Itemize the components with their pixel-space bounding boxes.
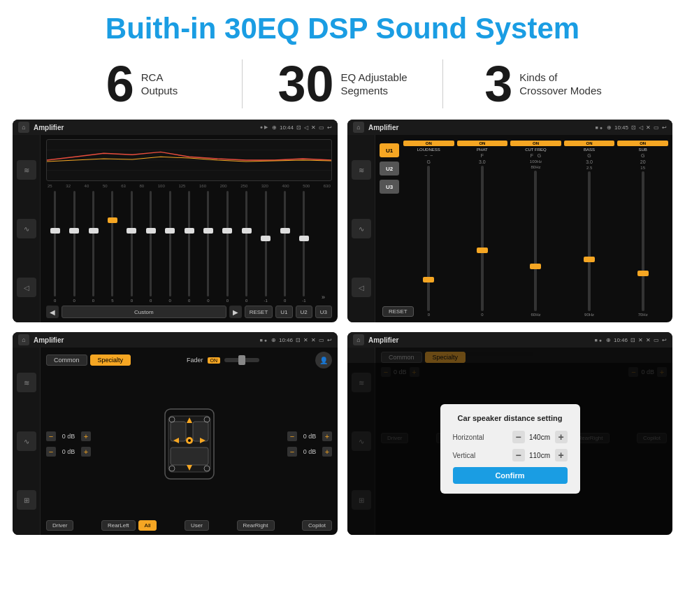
dialog-vertical-minus[interactable]: − xyxy=(512,449,525,461)
svg-point-9 xyxy=(188,439,191,442)
spk-filters-btn[interactable]: ≋ xyxy=(17,373,36,392)
dialog-box: Car speaker distance setting Horizontal … xyxy=(440,404,580,494)
amp-vol-btn[interactable]: ◁ xyxy=(352,278,371,297)
eq-slider-10[interactable]: 0 xyxy=(219,191,236,303)
amp-u1-btn[interactable]: U1 xyxy=(380,143,399,157)
eq-slider-8[interactable]: 0 xyxy=(180,191,198,303)
eq-next-btn[interactable]: ▶ xyxy=(229,306,242,318)
dot-icons-bl: ■ ● xyxy=(260,338,267,343)
spk-content: ≋ ∿ ⊞ Common Specialty Fader ON xyxy=(13,348,338,535)
dialog-horizontal-minus[interactable]: − xyxy=(512,431,525,443)
fader-slider[interactable] xyxy=(224,358,259,362)
spk-rearright-btn[interactable]: RearRight xyxy=(237,520,275,531)
status-icons-bl: ⊕ 10:46 ⊡ ✕ ✕ ▭ ↩ xyxy=(271,337,332,343)
status-bar-br: ⌂ Amplifier ■ ● ⊕ 10:46 ⊡ ✕ ✕ ▭ ↩ xyxy=(347,332,672,348)
amp-u2-btn[interactable]: U2 xyxy=(380,162,399,176)
back-icon-bl[interactable]: ↩ xyxy=(327,337,332,343)
eq-slider-7[interactable]: 0 xyxy=(161,191,178,303)
dialog-horizontal-plus[interactable]: + xyxy=(555,431,568,443)
spk-user-icon: 👤 xyxy=(315,352,332,368)
spk-rearleft-btn[interactable]: RearLeft xyxy=(101,520,136,531)
home-icon-tr[interactable]: ⌂ xyxy=(353,122,364,133)
vol-rear-left: − 0 dB + xyxy=(46,447,91,457)
stat-eq: 30 EQ Adjustable Segments xyxy=(243,59,442,109)
vol-rear-left-minus[interactable]: − xyxy=(46,447,56,457)
eq-slider-6[interactable]: 0 xyxy=(142,191,159,303)
status-icons-tr: ⊕ 10:45 ⊡ ◁ ✕ ▭ ↩ xyxy=(607,124,667,131)
eq-custom-btn[interactable]: Custom xyxy=(62,306,226,318)
spk-copilot-btn[interactable]: Copilot xyxy=(302,520,332,531)
dialog-confirm-btn[interactable]: Confirm xyxy=(453,467,568,484)
amp-controls-grid: ON LOUDNESS ~~ G 0 ON PHAT xyxy=(403,141,668,317)
amp-sub-on[interactable]: ON xyxy=(617,141,668,146)
amp-bass-slider[interactable] xyxy=(588,171,591,311)
eq-slider-5[interactable]: 0 xyxy=(123,191,140,303)
back-icon-br[interactable]: ↩ xyxy=(662,337,667,343)
tab-specialty[interactable]: Specialty xyxy=(90,354,131,366)
eq-graph xyxy=(46,139,332,181)
spk-wave-btn[interactable]: ∿ xyxy=(17,431,36,451)
eq-u1-btn[interactable]: U1 xyxy=(275,306,292,318)
tab-common[interactable]: Common xyxy=(46,354,87,366)
eq-u2-btn[interactable]: U2 xyxy=(296,306,312,318)
eq-wave-btn[interactable]: ∿ xyxy=(17,219,36,238)
eq-slider-9[interactable]: 0 xyxy=(199,191,217,303)
screens-grid: ⌂ Amplifier ● ▶ ⊕ 10:44 ⊡ ◁ ✕ ▭ ↩ ≋ xyxy=(0,120,685,543)
vol-front-left-minus[interactable]: − xyxy=(46,431,56,441)
amp-reset-btn[interactable]: RESET xyxy=(382,303,414,317)
spk-user-btn[interactable]: User xyxy=(185,520,209,531)
back-icon-tl[interactable]: ↩ xyxy=(327,124,332,131)
vol-rear-right-minus[interactable]: − xyxy=(287,447,297,457)
vol-rear-left-plus[interactable]: + xyxy=(81,447,91,457)
dot-icons-tl: ● ▶ xyxy=(260,124,268,130)
amp-phat-slider[interactable] xyxy=(481,166,484,311)
amp-cutfreq-slider[interactable] xyxy=(534,171,537,311)
screen-eq: ⌂ Amplifier ● ▶ ⊕ 10:44 ⊡ ◁ ✕ ▭ ↩ ≋ xyxy=(13,120,338,322)
home-icon-tl[interactable]: ⌂ xyxy=(18,122,29,133)
eq-slider-4[interactable]: 5 xyxy=(103,191,121,303)
eq-main: 25 32 40 50 63 80 100 125 160 200 250 32… xyxy=(41,135,338,322)
spk-expand-btn[interactable]: ⊞ xyxy=(17,490,36,510)
amp-phat-on[interactable]: ON xyxy=(457,141,508,146)
eq-slider-13[interactable]: 0 xyxy=(276,191,294,303)
eq-slider-14[interactable]: -1 xyxy=(295,191,312,303)
fader-on-badge[interactable]: ON xyxy=(208,357,221,364)
amp-bass-on[interactable]: ON xyxy=(564,141,615,146)
eq-prev-btn[interactable]: ◀ xyxy=(46,306,59,318)
spk-driver-btn[interactable]: Driver xyxy=(46,520,73,531)
vol-front-right-minus[interactable]: − xyxy=(287,431,297,441)
vol-front-left-plus[interactable]: + xyxy=(81,431,91,441)
eq-filters-btn[interactable]: ≋ xyxy=(17,160,36,180)
eq-slider-12[interactable]: -1 xyxy=(257,191,274,303)
eq-slider-3[interactable]: 0 xyxy=(85,191,102,303)
amp-sub-slider[interactable] xyxy=(642,171,644,311)
vol-rear-right-plus[interactable]: + xyxy=(322,447,332,457)
eq-side-controls: ≋ ∿ ◁ xyxy=(13,135,41,322)
spk-all-btn[interactable]: All xyxy=(138,520,157,531)
eq-slider-2[interactable]: 0 xyxy=(65,191,82,303)
eq-slider-1[interactable]: 0 xyxy=(46,191,64,303)
eq-u3-btn[interactable]: U3 xyxy=(315,306,332,318)
dialog-vertical-value: 110cm xyxy=(528,452,552,459)
eq-slider-11[interactable]: 0 xyxy=(238,191,255,303)
svg-rect-7 xyxy=(171,447,208,465)
home-icon-br[interactable]: ⌂ xyxy=(353,334,364,345)
amp-loudness-on[interactable]: ON xyxy=(403,141,454,146)
stat-crossover: 3 Kinds of Crossover Modes xyxy=(443,59,643,109)
amp-loudness-slider[interactable] xyxy=(427,166,430,311)
dialog-horizontal-value: 140cm xyxy=(528,434,552,441)
home-icon-bl[interactable]: ⌂ xyxy=(18,334,29,345)
car-svg xyxy=(158,402,221,486)
spk-tabs: Common Specialty xyxy=(46,354,131,366)
vol-front-right-plus[interactable]: + xyxy=(322,431,332,441)
amp-u3-btn[interactable]: U3 xyxy=(380,180,399,194)
dialog-vertical-plus[interactable]: + xyxy=(555,449,568,461)
back-icon-tr[interactable]: ↩ xyxy=(662,124,667,131)
spk-side-controls: ≋ ∿ ⊞ xyxy=(13,348,41,535)
eq-vol-btn[interactable]: ◁ xyxy=(17,278,36,297)
amp-cutfreq-on[interactable]: ON xyxy=(510,141,561,146)
eq-reset-btn[interactable]: RESET xyxy=(245,306,273,318)
amp-filters-btn[interactable]: ≋ xyxy=(352,160,371,180)
screen-title-tr: Amplifier xyxy=(368,124,591,131)
amp-wave-btn[interactable]: ∿ xyxy=(352,219,371,238)
